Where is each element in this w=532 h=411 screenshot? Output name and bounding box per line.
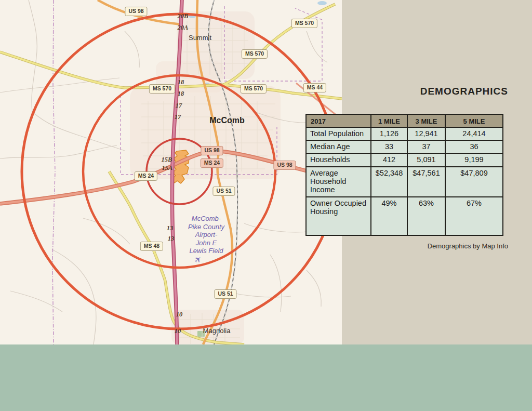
table-row: Median Age 33 37 36	[306, 140, 503, 153]
cell-value: $47,561	[407, 167, 445, 197]
exit-label: 20A	[178, 24, 189, 32]
row-label: Total Population	[306, 127, 371, 140]
route-badge-us98-e: US 98	[273, 161, 296, 170]
cell-value: 9,199	[445, 153, 503, 167]
route-badge-ms24-c: MS 24	[201, 158, 223, 168]
cell-value: 5,091	[407, 153, 445, 167]
route-badge-ms570-w: MS 570	[149, 84, 175, 94]
cell-value: 24,414	[445, 127, 503, 140]
town-label-summit: Summit	[189, 34, 211, 41]
exit-label: 20B	[178, 12, 189, 20]
route-badge-ms44: MS 44	[303, 83, 326, 92]
town-label-magnolia: Magnolia	[203, 327, 231, 334]
exit-label: 17	[176, 102, 182, 110]
airport-label: McComb- Pike County Airport- John E Lewi…	[170, 215, 243, 255]
slide-page: { "header": { "title": "DEMOGRAPHICS" },…	[0, 0, 532, 411]
cell-value: 36	[445, 140, 503, 153]
row-label: Owner Occupied Housing	[306, 197, 371, 235]
demographics-table: 2017 1 MILE 3 MILE 5 MILE Total Populati…	[305, 114, 503, 236]
route-badge-ms24-w: MS 24	[135, 171, 157, 181]
route-badge-ms570-e: MS 570	[241, 84, 267, 94]
cell-value: 412	[371, 153, 407, 167]
cell-value: $47,809	[445, 167, 503, 197]
row-label: Households	[306, 153, 371, 167]
radius-map: Summit McComb Magnolia US 98 MS 570 MS 5…	[0, 0, 342, 344]
table-row: Households 412 5,091 9,199	[306, 153, 503, 167]
column-header-5mile: 5 MILE	[445, 114, 503, 127]
exit-label: 10	[175, 327, 181, 335]
route-badge-ms570-ne: MS 570	[291, 19, 317, 28]
exit-label: 17	[175, 113, 181, 121]
cell-value: 49%	[371, 197, 407, 235]
row-label: Average Household Income	[306, 167, 371, 197]
footer-band: Page:8 MCCOMB CROSSING	[0, 344, 532, 411]
exit-label: 15A	[162, 164, 173, 172]
cell-value: 67%	[445, 197, 503, 235]
route-badge-ms570-mid: MS 570	[242, 49, 268, 59]
exit-label: 10	[176, 311, 183, 319]
cell-value: 37	[407, 140, 445, 153]
exit-label: 18	[178, 78, 184, 86]
map-graphics	[0, 0, 342, 344]
column-header-1mile: 1 MILE	[371, 114, 407, 127]
cell-value: 12,941	[407, 127, 445, 140]
route-badge-us51-mid: US 51	[212, 187, 235, 196]
row-label: Median Age	[306, 140, 371, 153]
table-row: Average Household Income $52,348 $47,561…	[306, 167, 503, 197]
route-badge-us98-nw: US 98	[125, 7, 147, 16]
cell-value: 1,126	[371, 127, 407, 140]
table-row: Total Population 1,126 12,941 24,414	[306, 127, 503, 140]
exit-label: 18	[178, 90, 184, 98]
cell-value: $52,348	[371, 167, 407, 197]
pond	[317, 1, 327, 5]
cell-value: 33	[371, 140, 407, 153]
cell-value: 63%	[407, 197, 445, 235]
route-badge-us51-s: US 51	[214, 289, 236, 299]
town-label-mccomb: McComb	[209, 116, 245, 125]
column-header-3mile: 3 MILE	[407, 114, 445, 127]
column-header-year: 2017	[306, 114, 371, 127]
route-badge-us98-c: US 98	[201, 146, 223, 155]
table-row: Owner Occupied Housing 49% 63% 67%	[306, 197, 503, 235]
exit-label: 15B	[162, 156, 172, 164]
table-source-caption: Demographics by Map Info	[428, 242, 508, 250]
table-header-row: 2017 1 MILE 3 MILE 5 MILE	[306, 114, 503, 127]
route-badge-ms48: MS 48	[140, 242, 163, 251]
page-title: DEMOGRAPHICS	[420, 86, 508, 97]
